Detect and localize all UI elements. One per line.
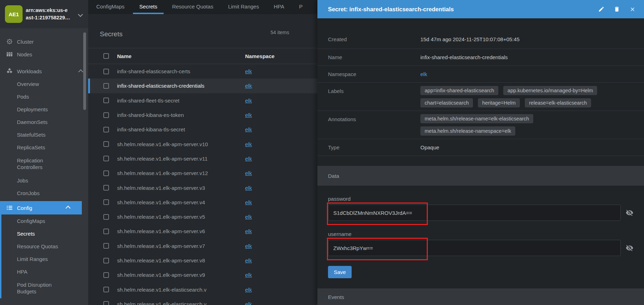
- table-row[interactable]: sh.helm.release.v1.elk-apm-server.v5elk: [88, 210, 317, 224]
- namespace-link[interactable]: elk: [245, 170, 252, 176]
- table-row[interactable]: sh.helm.release.v1.elk-apm-server.v10elk: [88, 137, 317, 151]
- sidebar-item-overview[interactable]: Overview: [0, 77, 88, 90]
- table-row[interactable]: sh.helm.release.v1.elk-apm-server.v6elk: [88, 224, 317, 238]
- namespace-link[interactable]: elk: [245, 272, 252, 278]
- table-row[interactable]: sh.helm.release.v1.elk-apm-server.v9elk: [88, 268, 317, 282]
- table-row[interactable]: infix-shared-kibana-tls-secretelk: [88, 122, 317, 137]
- edit-icon[interactable]: [598, 6, 604, 12]
- namespace-link[interactable]: elk: [245, 199, 252, 205]
- row-checkbox[interactable]: [103, 185, 109, 191]
- namespace-link[interactable]: elk: [245, 287, 252, 293]
- eye-off-icon[interactable]: [626, 209, 633, 217]
- row-checkbox[interactable]: [103, 156, 109, 161]
- sidebar-item-replication-controllers[interactable]: Replication Controllers: [0, 154, 70, 174]
- namespace-link[interactable]: elk: [245, 141, 252, 147]
- chevron-up-icon[interactable]: [66, 206, 71, 211]
- table-row[interactable]: sh.helm.release.v1.elk-apm-server.v7elk: [88, 239, 317, 253]
- row-checkbox[interactable]: [103, 214, 109, 220]
- sidebar-item-pod-disruption-budgets[interactable]: Pod Disruption Budgets: [1, 278, 70, 298]
- row-checkbox[interactable]: [103, 272, 109, 278]
- sidebar-item-config[interactable]: Config: [0, 201, 82, 214]
- tab-configmaps[interactable]: ConfigMaps: [90, 0, 131, 14]
- sidebar-item-deployments[interactable]: Deployments: [0, 103, 88, 116]
- table-row[interactable]: sh.helm.release.v1.elk-apm-server.v4elk: [88, 195, 317, 210]
- eye-off-icon[interactable]: [626, 244, 633, 252]
- table-row[interactable]: sh.helm.release.v1.elk-apm-server.v8elk: [88, 253, 317, 268]
- namespace-link[interactable]: elk: [245, 243, 252, 249]
- row-checkbox[interactable]: [103, 258, 109, 263]
- namespace-link[interactable]: elk: [245, 112, 252, 118]
- table-row[interactable]: sh.helm.release.v1.elk-apm-server.v12elk: [88, 166, 317, 180]
- table-row-selected[interactable]: infix-shared-elasticsearch-credentialsel…: [88, 79, 317, 93]
- table-row[interactable]: sh.helm.release.v1.elk-elasticsearch.vel…: [88, 297, 317, 305]
- sidebar-item-statefulsets[interactable]: StatefulSets: [0, 128, 88, 141]
- row-checkbox[interactable]: [103, 199, 109, 205]
- close-icon[interactable]: [629, 6, 636, 12]
- row-checkbox[interactable]: [103, 229, 109, 234]
- sidebar-item-cluster[interactable]: Cluster: [0, 35, 88, 48]
- tab-limit-ranges[interactable]: Limit Ranges: [222, 0, 266, 14]
- sidebar-item-configmaps[interactable]: ConfigMaps: [1, 214, 88, 227]
- table-row[interactable]: sh.helm.release.v1.elk-apm-server.v11elk: [88, 151, 317, 166]
- column-header-name[interactable]: Name: [117, 53, 239, 59]
- tab-hpa[interactable]: HPA: [267, 0, 291, 14]
- row-checkbox[interactable]: [103, 170, 109, 176]
- password-value-input[interactable]: [328, 205, 621, 221]
- sidebar-item-workloads[interactable]: Workloads: [0, 65, 88, 77]
- namespace-link[interactable]: elk: [245, 83, 252, 89]
- cluster-selector[interactable]: AE1 arn:aws:eks:us-east-1:219758229…: [0, 0, 88, 28]
- namespace-link[interactable]: elk: [245, 68, 252, 74]
- sidebar-item-hpa[interactable]: HPA: [1, 265, 88, 278]
- field-value: Opaque: [420, 144, 439, 150]
- nodes-icon: [6, 51, 13, 57]
- table-row[interactable]: infix-shared-kibana-es-tokenelk: [88, 108, 317, 122]
- sidebar-item-daemonsets[interactable]: DaemonSets: [0, 116, 88, 128]
- namespace-link[interactable]: elk: [245, 301, 252, 305]
- section-title: Events: [328, 294, 344, 300]
- row-checkbox[interactable]: [103, 243, 109, 249]
- table-row[interactable]: sh.helm.release.v1.elk-elasticsearch.vel…: [88, 282, 317, 297]
- sidebar-nav: Cluster Nodes Workloads Overview Pods De…: [0, 28, 88, 298]
- username-value-input[interactable]: [328, 240, 621, 256]
- row-checkbox[interactable]: [103, 112, 109, 118]
- sidebar-item-resource-quotas[interactable]: Resource Quotas: [1, 240, 88, 253]
- namespace-link[interactable]: elk: [245, 156, 252, 162]
- column-header-namespace[interactable]: Namespace: [245, 53, 274, 59]
- namespace-link[interactable]: elk: [420, 71, 427, 77]
- namespace-link[interactable]: elk: [245, 214, 252, 220]
- sidebar-item-pods[interactable]: Pods: [0, 90, 88, 103]
- namespace-link[interactable]: elk: [245, 185, 252, 191]
- namespace-link[interactable]: elk: [245, 98, 252, 104]
- tab-pod-disruption-budgets[interactable]: P: [293, 0, 309, 14]
- sidebar-item-nodes[interactable]: Nodes: [0, 48, 88, 61]
- namespace-link[interactable]: elk: [245, 126, 252, 132]
- sidebar-item-label: Pods: [17, 93, 29, 100]
- table-row[interactable]: infix-shared-fleet-tls-secretelk: [88, 93, 317, 108]
- namespace-link[interactable]: elk: [245, 228, 252, 234]
- row-checkbox[interactable]: [103, 127, 109, 132]
- row-checkbox[interactable]: [103, 69, 109, 74]
- sidebar-item-cronjobs[interactable]: CronJobs: [0, 187, 88, 199]
- sidebar-item-replicasets[interactable]: ReplicaSets: [0, 141, 88, 154]
- save-button[interactable]: Save: [328, 266, 352, 278]
- annotation-chip: meta.helm.sh/release-namespace=elk: [420, 126, 515, 136]
- sidebar-scrollbar[interactable]: [83, 32, 86, 110]
- namespace-link[interactable]: elk: [245, 257, 252, 263]
- table-row[interactable]: infix-shared-elasticsearch-certselk: [88, 64, 317, 79]
- sidebar-item-secrets[interactable]: Secrets: [1, 227, 88, 240]
- tab-secrets[interactable]: Secrets: [133, 0, 164, 14]
- row-checkbox[interactable]: [103, 141, 109, 147]
- tab-resource-quotas[interactable]: Resource Quotas: [166, 0, 220, 14]
- select-all-checkbox[interactable]: [103, 53, 109, 59]
- row-checkbox[interactable]: [103, 287, 109, 292]
- table-row[interactable]: sh.helm.release.v1.elk-apm-server.v3elk: [88, 180, 317, 195]
- chevron-up-icon[interactable]: [78, 69, 83, 74]
- secret-name: sh.helm.release.v1.elk-apm-server.v6: [117, 228, 239, 234]
- row-checkbox[interactable]: [103, 301, 109, 305]
- chevron-down-icon[interactable]: [78, 12, 83, 17]
- row-checkbox[interactable]: [103, 83, 109, 89]
- sidebar-item-limit-ranges[interactable]: Limit Ranges: [1, 253, 88, 265]
- row-checkbox[interactable]: [103, 98, 109, 103]
- delete-icon[interactable]: [614, 6, 620, 12]
- sidebar-item-jobs[interactable]: Jobs: [0, 174, 88, 187]
